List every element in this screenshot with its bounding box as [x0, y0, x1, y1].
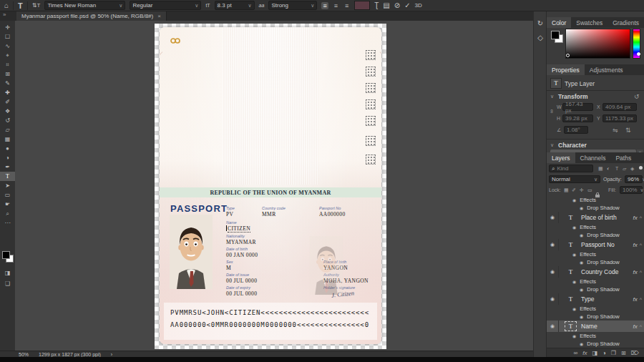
- tab-swatches[interactable]: Swatches: [571, 17, 608, 28]
- blend-mode-select[interactable]: Normal ∨: [549, 175, 600, 183]
- eye-icon[interactable]: ◉: [547, 293, 559, 305]
- marquee-tool[interactable]: ☐: [0, 32, 15, 41]
- anti-alias-select[interactable]: Strong ∨: [268, 1, 317, 10]
- eye-icon[interactable]: ◉: [547, 321, 559, 332]
- history-panel-button[interactable]: ↻: [534, 16, 547, 30]
- type-tool-badge-icon[interactable]: T: [18, 0, 23, 11]
- new-group-icon[interactable]: ❐: [611, 350, 616, 356]
- type-layer-thumbnail[interactable]: T: [566, 241, 575, 248]
- foreground-color-chip[interactable]: [2, 251, 10, 259]
- healing-brush-tool[interactable]: ✚: [0, 88, 15, 97]
- eye-icon[interactable]: ◉: [547, 239, 559, 250]
- layer-row-passport-no[interactable]: ◉ T Passport No fx ^: [547, 239, 644, 250]
- effects-row[interactable]: ◉Effects: [547, 332, 644, 340]
- eye-icon[interactable]: ◉: [572, 197, 576, 202]
- effects-row[interactable]: ◉Effects: [547, 223, 644, 231]
- adjustment-layer-icon[interactable]: ◑: [602, 350, 606, 356]
- y-field[interactable]: 1175.33 px: [602, 114, 637, 122]
- lock-artboard-icon[interactable]: ▭: [587, 187, 592, 193]
- rectangle-tool[interactable]: ▭: [0, 190, 15, 200]
- move-tool[interactable]: ✛: [0, 23, 15, 32]
- eye-icon[interactable]: ◉: [580, 233, 583, 238]
- close-tab-icon[interactable]: ×: [157, 13, 161, 19]
- effects-row[interactable]: ◉Effects: [547, 305, 644, 313]
- crop-tool[interactable]: ⌗: [0, 60, 15, 69]
- eye-icon[interactable]: ◉: [547, 266, 559, 278]
- layer-style-icon[interactable]: fx: [582, 350, 587, 356]
- angle-field[interactable]: 1.08°: [564, 126, 588, 134]
- new-layer-icon[interactable]: ⊞: [621, 350, 626, 356]
- layer-filter-search[interactable]: ⌕ Kind: [549, 165, 593, 172]
- fx-badge[interactable]: fx: [633, 215, 637, 221]
- zoom-level[interactable]: 50%: [19, 352, 29, 357]
- text-orientation-icon[interactable]: ⇅T: [32, 0, 41, 11]
- eyedropper-tool[interactable]: ✎: [0, 79, 15, 88]
- lock-position-icon[interactable]: ✛: [580, 187, 584, 193]
- status-chevron-icon[interactable]: ›: [111, 352, 112, 357]
- filter-adjustment-icon[interactable]: ◐: [607, 166, 610, 171]
- font-family-select[interactable]: Times New Roman ∨: [44, 1, 125, 10]
- link-layers-icon[interactable]: ∞: [573, 350, 577, 356]
- layer-row-type[interactable]: ◉ T Type fx ^: [547, 293, 644, 305]
- filter-shape-icon[interactable]: ▱: [623, 166, 626, 172]
- eye-icon[interactable]: ◉: [572, 225, 576, 230]
- filter-toggle-icon[interactable]: [639, 166, 643, 170]
- filter-type-icon[interactable]: T: [615, 166, 618, 171]
- collapse-effects-icon[interactable]: ^: [640, 270, 642, 275]
- path-selection-tool[interactable]: ➤: [0, 181, 15, 190]
- document-tab[interactable]: Myanmar passport file.psd @ 50% (Name, R…: [16, 11, 167, 21]
- hue-slider[interactable]: [633, 29, 640, 59]
- eye-icon[interactable]: ◉: [572, 306, 576, 311]
- toolbar-overflow-chevron[interactable]: »: [3, 11, 6, 18]
- font-size-select[interactable]: 8.3 pt ∨: [215, 1, 255, 10]
- layer-row-country-code[interactable]: ◉ T Country Code fx ^: [547, 266, 644, 278]
- fx-badge[interactable]: fx: [633, 323, 637, 330]
- effects-row[interactable]: ◉Effects: [547, 278, 644, 285]
- hand-tool[interactable]: ☛: [0, 200, 15, 209]
- quick-mask-button[interactable]: ◨: [0, 268, 15, 278]
- filter-pixel-icon[interactable]: ▦: [598, 166, 603, 172]
- warp-text-icon[interactable]: Ʈ: [374, 0, 379, 11]
- collapse-effects-icon[interactable]: ^: [640, 243, 642, 248]
- align-right-button[interactable]: ≡: [343, 2, 350, 9]
- eye-icon[interactable]: ◉: [580, 287, 583, 292]
- drop-shadow-row[interactable]: ◉Drop Shadow: [547, 340, 644, 348]
- lasso-tool[interactable]: ∿: [0, 41, 15, 51]
- type-layer-thumbnail[interactable]: T: [566, 323, 575, 330]
- collapse-effects-icon[interactable]: ^: [640, 297, 642, 302]
- text-color-swatch[interactable]: [354, 1, 370, 10]
- tab-color[interactable]: Color: [547, 17, 571, 28]
- brush-tool[interactable]: ✐: [0, 97, 15, 107]
- type-layer-thumbnail[interactable]: T: [566, 214, 575, 221]
- eye-icon[interactable]: ◉: [580, 260, 583, 265]
- collapse-character-icon[interactable]: ∨: [550, 142, 554, 148]
- dodge-tool[interactable]: ◑: [0, 153, 15, 162]
- layer-row-name[interactable]: ◉ T Name fx ^: [547, 321, 644, 332]
- collapse-effects-icon[interactable]: ^: [640, 215, 642, 220]
- opacity-field[interactable]: 96% ∨: [625, 175, 643, 183]
- lock-transparent-icon[interactable]: ▦: [564, 187, 569, 193]
- eye-icon[interactable]: ◉: [572, 333, 576, 338]
- align-center-button[interactable]: ≡: [333, 2, 339, 9]
- fill-field[interactable]: 100% ∨: [620, 186, 643, 194]
- libraries-panel-button[interactable]: ◇: [534, 30, 547, 44]
- collapse-transform-icon[interactable]: ∨: [550, 94, 554, 99]
- screen-mode-button[interactable]: ❏: [0, 279, 15, 288]
- toggle-panels-icon[interactable]: ▤: [383, 0, 389, 11]
- drop-shadow-row[interactable]: ◉Drop Shadow: [547, 204, 644, 212]
- tab-paths[interactable]: Paths: [610, 152, 636, 163]
- effects-row[interactable]: ◉Effects: [547, 196, 644, 204]
- tab-properties[interactable]: Properties: [547, 64, 585, 75]
- clone-stamp-tool[interactable]: ❖: [0, 107, 15, 116]
- eye-icon[interactable]: ◉: [580, 205, 583, 210]
- eye-icon[interactable]: ◉: [572, 279, 576, 284]
- eye-icon[interactable]: ◉: [572, 252, 576, 257]
- pen-tool[interactable]: ✒: [0, 162, 15, 172]
- gradient-tool[interactable]: ▦: [0, 134, 15, 144]
- color-chips[interactable]: [2, 251, 13, 262]
- add-mask-icon[interactable]: ◨: [592, 350, 597, 356]
- flip-horizontal-icon[interactable]: ⇋: [613, 127, 618, 134]
- lock-pixels-icon[interactable]: ✐: [572, 187, 576, 193]
- collapse-effects-icon[interactable]: ^: [640, 324, 642, 329]
- filter-smart-object-icon[interactable]: ◈: [630, 166, 634, 172]
